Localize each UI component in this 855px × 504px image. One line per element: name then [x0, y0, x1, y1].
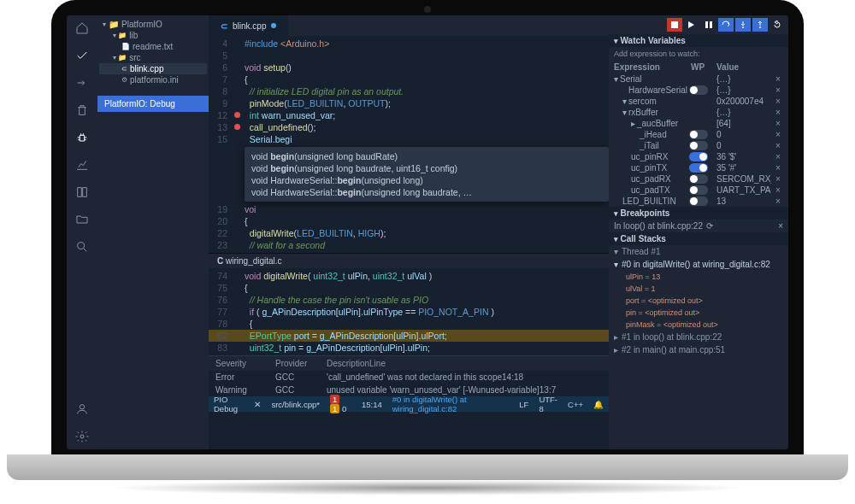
status-file[interactable]: src/blink.cpp* — [271, 400, 320, 409]
book-icon[interactable] — [74, 185, 90, 200]
wp-toggle[interactable] — [689, 196, 708, 206]
callstack-section-header[interactable]: Call Stacks — [609, 232, 788, 245]
search-icon[interactable] — [74, 239, 90, 255]
tree-item[interactable]: ⊂ blink.cpp — [99, 63, 207, 74]
status-cursor[interactable]: 15:14 — [362, 400, 382, 409]
watch-add-input[interactable]: Add expression to watch: — [609, 47, 788, 61]
bell-icon[interactable]: 🔔 — [593, 400, 604, 409]
tree-root[interactable]: ▾📁 PlatformIO — [99, 19, 207, 30]
home-icon[interactable] — [74, 21, 90, 36]
close-icon[interactable]: × — [773, 152, 783, 161]
problem-row[interactable]: ErrorGCC'call_undefined' was not declare… — [209, 371, 609, 384]
folder-icon[interactable] — [74, 212, 90, 227]
restart-button[interactable] — [770, 18, 785, 32]
file-explorer: ▾📁 PlatformIO ▾ 📁 lib📄 readme.txt▾ 📁 src… — [97, 15, 209, 449]
svg-rect-4 — [705, 21, 708, 28]
stack-frame[interactable]: ▸ #2 in main() at main.cpp:51 — [609, 343, 788, 356]
watch-row[interactable]: uc_padTXUART_TX_PAD_2× — [609, 185, 788, 196]
tree-item[interactable]: ▾ 📁 lib — [99, 30, 207, 41]
step-over-button[interactable] — [718, 18, 734, 32]
status-lang[interactable]: C++ — [568, 400, 583, 409]
close-icon[interactable]: × — [773, 97, 783, 106]
watch-row[interactable]: HardwareSerial{…}× — [609, 85, 788, 96]
tree-item[interactable]: ▾ 📁 src — [99, 52, 207, 63]
wp-toggle[interactable] — [689, 185, 708, 195]
tab-blink[interactable]: ⊂ blink.cpp — [209, 15, 288, 36]
watch-section-header[interactable]: Watch Variables — [609, 34, 788, 47]
svg-rect-5 — [710, 21, 712, 28]
close-icon[interactable]: × — [773, 174, 783, 184]
step-into-button[interactable] — [735, 18, 751, 32]
debug-panel: Watch Variables Add expression to watch:… — [609, 15, 788, 449]
account-icon[interactable] — [74, 401, 90, 417]
watch-row[interactable]: ▾sercom0x200007e4 × — [609, 96, 788, 107]
debug-badge[interactable]: PlatformIO: Debug — [97, 96, 209, 112]
stack-frame[interactable]: ▸ #1 in loop() at blink.cpp:22 — [609, 331, 788, 343]
wp-toggle[interactable] — [689, 174, 708, 184]
step-out-button[interactable] — [752, 18, 768, 32]
editor-tabs: ⊂ blink.cpp — [209, 15, 609, 36]
watch-row[interactable]: ▾Serial{…}× — [609, 73, 788, 85]
svg-point-1 — [80, 405, 84, 409]
breakpoints-section-header[interactable]: Breakpoints — [609, 207, 788, 220]
pause-button[interactable] — [701, 18, 716, 32]
close-icon[interactable]: × — [773, 130, 783, 139]
tree-item[interactable]: 📄 readme.txt — [99, 41, 207, 52]
activity-bar — [67, 15, 97, 449]
wp-toggle[interactable] — [689, 85, 708, 95]
ide-screen: ▾📁 PlatformIO ▾ 📁 lib📄 readme.txt▾ 📁 src… — [67, 15, 788, 449]
continue-button[interactable] — [684, 18, 699, 32]
svg-point-2 — [80, 435, 84, 438]
code-editor-2[interactable]: 74void digitalWrite( uint32_t ulPin, uin… — [209, 268, 609, 355]
local-var: pinMask = <optimized out> — [609, 319, 788, 331]
trash-icon[interactable] — [74, 103, 90, 118]
watch-row[interactable]: LED_BUILTIN13× — [609, 196, 788, 207]
status-enc[interactable]: UTF-8 — [539, 395, 557, 413]
stop-button[interactable] — [667, 18, 682, 32]
wp-toggle[interactable] — [689, 141, 708, 150]
close-icon[interactable]: × — [773, 108, 783, 117]
wp-toggle[interactable] — [689, 163, 708, 173]
status-config[interactable]: PIO Debug — [214, 395, 244, 413]
close-icon[interactable]: × — [773, 85, 783, 95]
watch-row[interactable]: uc_pinTX35 '#'× — [609, 162, 788, 173]
watch-row[interactable]: ▾rxBuffer{…}× — [609, 107, 788, 118]
debug-toolbar — [609, 15, 788, 34]
close-icon[interactable]: × — [773, 185, 783, 195]
tab-wiring[interactable]: C wiring_digital.c — [209, 253, 609, 268]
status-bar: PIO Debug ✕ src/blink.cpp* 1 1 0 15:14 #… — [209, 396, 609, 412]
watch-row[interactable]: uc_pinRX36 '$'× — [609, 151, 788, 162]
code-editor-1b[interactable]: 19voi20{22 digitalWrite(LED_BUILTIN, HIG… — [209, 202, 609, 253]
stack-frame[interactable]: ▾ #0 in digitalWrite() at wiring_digital… — [609, 258, 788, 271]
close-icon[interactable]: × — [773, 163, 783, 173]
local-var: ulVal = 1 — [609, 283, 788, 295]
local-var: pin = <optimized out> — [609, 307, 788, 319]
graph-icon[interactable] — [74, 157, 90, 173]
bug-icon[interactable] — [74, 130, 90, 145]
watch-row[interactable]: uc_padRXSERCOM_RX_PAD_3× — [609, 173, 788, 185]
status-frame[interactable]: #0 in digitalWrite() at wiring_digital.c… — [392, 395, 499, 413]
tree-item[interactable]: ⚙ platformio.ini — [99, 74, 207, 85]
close-icon[interactable]: × — [773, 74, 783, 84]
watch-header: Expression WP Value — [609, 61, 788, 73]
code-editor-1[interactable]: 4#include <Arduino.h>56void setup()7{8 /… — [209, 36, 609, 147]
checkmark-icon[interactable] — [74, 48, 90, 63]
watch-row[interactable]: _iTail0× — [609, 140, 788, 151]
upload-icon[interactable] — [74, 75, 90, 91]
status-eol[interactable]: LF — [519, 400, 528, 409]
watch-row[interactable]: ▸_aucBuffer[64]× — [609, 118, 788, 129]
problems-panel: Severity Provider Description Line Error… — [209, 355, 609, 396]
thread-row[interactable]: ▾ Thread #1 — [609, 245, 788, 258]
close-icon[interactable]: × — [778, 221, 783, 231]
svg-point-6 — [742, 26, 744, 28]
status-close-icon[interactable]: ✕ — [254, 400, 261, 409]
gear-icon[interactable] — [74, 429, 90, 444]
close-icon[interactable]: × — [773, 141, 783, 150]
intellisense-tooltip[interactable]: void begin(unsigned long baudRate)void b… — [245, 147, 609, 202]
wp-toggle[interactable] — [689, 130, 708, 139]
wp-toggle[interactable] — [689, 152, 708, 161]
watch-row[interactable]: _iHead0× — [609, 129, 788, 140]
breakpoint-row[interactable]: In loop() at blink.cpp:22 ⟳× — [609, 220, 788, 232]
close-icon[interactable]: × — [773, 119, 783, 128]
close-icon[interactable]: × — [773, 196, 783, 206]
